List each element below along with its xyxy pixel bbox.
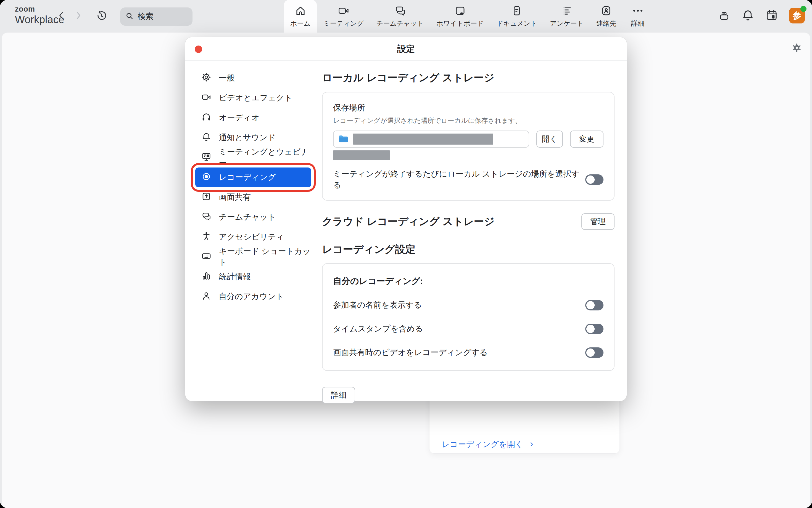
save-location-description: レコーディングが選択された場所でローカルに保存されます。 (333, 116, 604, 125)
forward-button[interactable] (72, 10, 84, 22)
open-recordings-link[interactable]: レコーディングを開く (441, 439, 535, 450)
sidebar-item-team-chat[interactable]: チームチャット (195, 207, 311, 227)
monitor-grid-icon (201, 152, 211, 164)
calendar-button[interactable] (765, 9, 778, 22)
sidebar-item-notifications-sounds[interactable]: 通知とサウンド (195, 128, 311, 147)
bar-chart-icon (201, 271, 211, 283)
tab-home[interactable]: ホーム (284, 0, 317, 33)
tab-contacts[interactable]: 連絡先 (590, 0, 623, 33)
cloud-recording-storage-heading: クラウド レコーディング ストレージ (322, 215, 495, 228)
sidebar-item-general[interactable]: 一般 (195, 68, 311, 88)
tab-label: ミーティング (323, 19, 364, 28)
keyboard-icon (201, 251, 211, 263)
gear-filled-icon (791, 50, 803, 54)
sidebar-item-label: 統計情報 (219, 271, 251, 282)
sidebar-item-label: レコーディング (219, 172, 276, 183)
open-location-button[interactable]: 開く (536, 130, 563, 147)
accessibility-icon (201, 231, 211, 243)
sidebar-item-video-effects[interactable]: ビデオとエフェクト (195, 88, 311, 108)
sidebar-item-screen-share[interactable]: 画面共有 (195, 187, 311, 207)
whiteboard-icon (454, 5, 466, 16)
cloud-recording-storage-row: クラウド レコーディング ストレージ 管理 (322, 213, 615, 230)
show-participant-names-toggle[interactable] (585, 300, 604, 310)
sidebar-item-label: チームチャット (219, 212, 276, 223)
calendar-icon (765, 9, 778, 23)
settings-content: ローカル レコーディング ストレージ 保存場所 レコーディングが選択された場所で… (322, 61, 615, 401)
page-settings-button[interactable] (791, 42, 803, 53)
chevron-right-icon (529, 440, 535, 449)
topbar-right-icons: 参 (718, 8, 805, 24)
search-placeholder: 検索 (138, 11, 154, 22)
headphones-icon (201, 112, 211, 124)
presence-status-dot (800, 6, 807, 12)
chevron-left-icon (56, 10, 66, 22)
sidebar-item-label: アクセシビリティ (219, 231, 284, 243)
home-icon (295, 5, 306, 16)
change-location-button[interactable]: 変更 (570, 130, 604, 147)
save-location-label: 保存場所 (333, 102, 604, 114)
bell-icon (742, 9, 754, 23)
include-timestamp-label: タイムスタンプを含める (333, 324, 423, 334)
search-input[interactable]: 検索 (120, 7, 193, 26)
connect-device-button[interactable] (718, 9, 731, 22)
save-location-path-input[interactable] (333, 130, 529, 147)
open-recordings-label: レコーディングを開く (441, 439, 523, 450)
sidebar-item-label: キーボード ショートカット (219, 246, 311, 268)
show-participant-names-row: 参加者の名前を表示する (333, 300, 604, 311)
history-button[interactable] (95, 10, 108, 23)
recording-settings-heading: レコーディング設定 (322, 243, 615, 256)
device-broadcast-icon (718, 9, 731, 23)
survey-icon (561, 5, 573, 16)
tab-label: アンケート (550, 19, 584, 28)
tab-label: 詳細 (631, 19, 644, 28)
manage-cloud-storage-button[interactable]: 管理 (581, 213, 615, 230)
user-avatar[interactable]: 参 (789, 8, 805, 24)
settings-dialog: 設定 一般 (185, 37, 627, 401)
video-camera-icon (338, 5, 349, 16)
record-video-during-share-toggle[interactable] (585, 347, 604, 358)
sidebar-item-meetings-webinars[interactable]: ミーティングとウェビナー (195, 147, 311, 168)
sidebar-item-statistics[interactable]: 統計情報 (195, 267, 311, 287)
contact-card-icon (601, 5, 612, 16)
record-video-during-share-label: 画面共有時のビデオをレコーディングする (333, 347, 488, 358)
sidebar-item-label: ビデオとエフェクト (219, 92, 293, 103)
tab-label: 連絡先 (596, 19, 616, 28)
sidebar-item-label: 画面共有 (219, 192, 251, 203)
tab-docs[interactable]: ドキュメント (490, 0, 544, 33)
advanced-button[interactable]: 詳細 (322, 387, 355, 404)
gear-icon (201, 72, 211, 84)
record-icon (201, 172, 211, 183)
settings-dialog-header: 設定 (185, 37, 627, 61)
show-participant-names-label: 参加者の名前を表示する (333, 300, 422, 311)
settings-sidebar: 一般 ビデオとエフェクト オーディオ (195, 68, 314, 306)
sidebar-item-accessibility[interactable]: アクセシビリティ (195, 227, 311, 247)
back-button[interactable] (55, 10, 67, 22)
topbar: zoom Workplace (0, 0, 812, 33)
document-icon (511, 5, 523, 16)
sidebar-item-keyboard-shortcuts[interactable]: キーボード ショートカット (195, 247, 311, 267)
video-camera-icon (201, 92, 211, 104)
sidebar-item-audio[interactable]: オーディオ (195, 108, 311, 128)
sidebar-item-recording[interactable]: レコーディング (195, 168, 311, 187)
avatar-initial: 参 (793, 10, 801, 22)
zoom-workplace-window: zoom Workplace (0, 0, 812, 508)
tab-more[interactable]: 詳細 (623, 0, 653, 33)
sidebar-item-my-account[interactable]: 自分のアカウント (195, 287, 311, 306)
tab-team-chat[interactable]: チームチャット (370, 0, 430, 33)
local-recording-storage-heading: ローカル レコーディング ストレージ (322, 72, 615, 84)
chat-bubbles-icon (201, 211, 211, 223)
include-timestamp-toggle[interactable] (585, 324, 604, 334)
tab-meetings[interactable]: ミーティング (317, 0, 370, 33)
main-tab-bar: ホーム ミーティング チームチャット (284, 0, 653, 33)
my-recordings-label: 自分のレコーディング: (333, 276, 604, 287)
tab-whiteboard[interactable]: ホワイトボード (430, 0, 490, 33)
save-location-row: 開く 変更 (333, 130, 604, 147)
redacted-save-path (353, 134, 493, 144)
sidebar-item-label: 通知とサウンド (219, 132, 276, 143)
notifications-button[interactable] (742, 9, 754, 22)
tab-surveys[interactable]: アンケート (544, 0, 590, 33)
choose-location-each-meeting-toggle[interactable] (585, 174, 604, 185)
person-icon (201, 291, 211, 303)
tab-label: ホーム (290, 19, 310, 28)
search-icon (125, 11, 134, 22)
